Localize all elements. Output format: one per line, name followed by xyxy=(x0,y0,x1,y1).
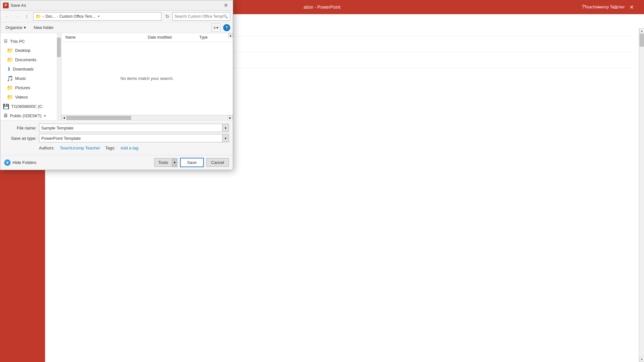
pictures-icon: 📁 xyxy=(7,85,13,91)
nav-expand-icon: ▾ xyxy=(44,114,46,118)
help-button-toolbar[interactable]: ? xyxy=(223,24,230,31)
hide-folders-icon: ▼ xyxy=(4,159,11,166)
search-input[interactable] xyxy=(175,14,223,19)
new-folder-button[interactable]: New folder xyxy=(31,24,56,32)
breadcrumb-arrow: › xyxy=(57,14,58,18)
add-tag-link[interactable]: Add a tag xyxy=(120,146,138,150)
view-button[interactable]: ≡ ▾ xyxy=(211,24,221,32)
col-type[interactable]: Type xyxy=(198,34,230,40)
nav-label-documents: Documents xyxy=(15,57,36,62)
organize-button[interactable]: Organize ▾ xyxy=(3,24,29,32)
save-type-row: Save as type: ▾ xyxy=(4,134,229,142)
dialog-form: File name: ▾ Save as type: ▾ Authors: Te… xyxy=(0,120,233,155)
refresh-button[interactable]: ↻ xyxy=(163,12,172,21)
h-scroll-left-arrow[interactable]: ◄ xyxy=(62,115,67,120)
save-button[interactable]: Save xyxy=(180,158,204,167)
close-button[interactable]: ✕ xyxy=(624,2,639,12)
horizontal-scrollbar[interactable]: ◄ ► xyxy=(62,115,233,120)
nav-label-downloads: Downloads xyxy=(13,67,33,71)
scroll-down-arrow[interactable]: ▼ xyxy=(639,357,644,362)
drive-icon: 💾 xyxy=(3,103,9,110)
nav-label-drive-c: TI10658600C (C: xyxy=(11,104,43,109)
dialog-title-bar: P Save As ✕ xyxy=(0,0,233,11)
organize-label: Organize xyxy=(5,25,23,30)
file-name-input[interactable] xyxy=(41,126,227,130)
dialog-toolbar: Organize ▾ New folder ≡ ▾ ? xyxy=(0,22,233,33)
dialog-title: Save As xyxy=(11,3,219,8)
save-type-dropdown-arrow[interactable]: ▾ xyxy=(222,134,229,142)
nav-forward-button[interactable]: → xyxy=(13,12,22,21)
nav-item-desktop[interactable]: 📁 Desktop xyxy=(0,46,61,55)
file-name-label: File name: xyxy=(4,126,36,130)
desktop-icon: 📁 xyxy=(7,47,13,53)
nav-item-pictures[interactable]: 📁 Pictures xyxy=(0,83,61,92)
form-meta-row: Authors: TeachUcomp Teacher Tags: Add a … xyxy=(39,144,229,152)
authors-value[interactable]: TeachUcomp Teacher xyxy=(60,146,100,150)
organize-arrow-icon: ▾ xyxy=(24,25,26,30)
save-type-input[interactable] xyxy=(41,136,227,141)
hide-folders-label: Hide Folders xyxy=(13,160,36,165)
cancel-button[interactable]: Cancel xyxy=(206,158,229,167)
network-icon: 🖥 xyxy=(3,113,8,119)
breadcrumb-dropdown-button[interactable]: ▾ xyxy=(97,12,101,21)
file-name-input-wrapper: ▾ xyxy=(39,124,229,132)
nav-label-this-pc: This PC xyxy=(10,39,25,44)
scroll-up-arrow[interactable]: ▲ xyxy=(639,28,644,33)
nav-item-downloads[interactable]: ⬇ Downloads xyxy=(0,64,61,74)
nav-item-network[interactable]: 🖥 Public (\\DESKT( ▾ xyxy=(0,111,61,120)
h-scroll-track[interactable] xyxy=(67,115,228,120)
nav-label-music: Music xyxy=(15,76,26,81)
authors-label: Authors: xyxy=(39,146,54,150)
ppt-title: ation - PowerPoint xyxy=(304,5,340,10)
nav-label-videos: Videos xyxy=(15,95,28,100)
file-header: ▲ Name Date modified Type xyxy=(62,33,233,42)
nav-back-button[interactable]: ← xyxy=(3,12,12,21)
ppt-teacher-name: TeachUcomp Teacher xyxy=(584,0,625,14)
h-scroll-thumb[interactable] xyxy=(67,116,131,120)
tools-dropdown-arrow[interactable]: ▾ xyxy=(172,158,177,167)
pc-icon: 🖥 xyxy=(3,38,8,44)
downloads-icon: ⬇ xyxy=(7,66,11,72)
save-as-dialog: P Save As ✕ ← → ↑ 📁 « Doc... › Custom Of… xyxy=(0,0,233,170)
save-type-input-wrapper: ▾ xyxy=(39,134,229,142)
left-nav-scroll-thumb[interactable] xyxy=(57,38,61,57)
nav-up-button[interactable]: ↑ xyxy=(22,12,31,21)
left-nav-scrollbar[interactable] xyxy=(57,33,61,120)
breadcrumb-sep1: « xyxy=(42,14,44,18)
nav-item-drive-c[interactable]: 💾 TI10658600C (C: xyxy=(0,102,61,111)
nav-item-this-pc[interactable]: 🖥 This PC xyxy=(0,33,61,46)
nav-label-network: Public (\\DESKT( xyxy=(10,113,42,118)
breadcrumb-doc: Doc... xyxy=(45,14,55,19)
dialog-file-area: ▲ Name Date modified Type No items match… xyxy=(62,33,233,120)
nav-item-videos[interactable]: 📁 Videos xyxy=(0,92,61,102)
nav-item-documents[interactable]: 📁 Documents xyxy=(0,55,61,64)
tools-label: Tools xyxy=(158,160,168,165)
documents-icon: 📁 xyxy=(7,57,13,63)
breadcrumb: 📁 « Doc... › Custom Office Tem... ▾ xyxy=(33,12,161,21)
scroll-thumb[interactable] xyxy=(639,34,644,47)
dialog-left-nav: ▲ 🖥 This PC 📁 Desktop 📁 Documents ⬇ Down… xyxy=(0,33,62,120)
tags-label: Tags: xyxy=(105,146,115,150)
nav-label-pictures: Pictures xyxy=(15,85,30,90)
search-icon[interactable]: 🔍 xyxy=(223,14,228,19)
view-icon: ≡ xyxy=(213,25,216,30)
videos-icon: 📁 xyxy=(7,94,13,100)
hide-folders-button[interactable]: ▼ Hide Folders xyxy=(4,159,36,166)
file-header-scroll-up[interactable]: ▲ xyxy=(228,33,233,38)
music-icon: 🎵 xyxy=(7,75,13,81)
col-name[interactable]: Name xyxy=(64,34,147,40)
ppt-scrollbar[interactable]: ▲ ▼ xyxy=(639,28,644,362)
file-name-row: File name: ▾ xyxy=(4,124,229,132)
col-date-modified[interactable]: Date modified xyxy=(147,34,198,40)
dialog-close-button[interactable]: ✕ xyxy=(221,2,230,9)
tools-button[interactable]: Tools xyxy=(154,158,172,167)
h-scroll-right-arrow[interactable]: ► xyxy=(228,115,233,120)
view-arrow-icon: ▾ xyxy=(216,25,218,30)
nav-item-music[interactable]: 🎵 Music xyxy=(0,74,61,83)
file-name-dropdown-arrow[interactable]: ▾ xyxy=(222,124,229,132)
breadcrumb-folder-icon: 📁 xyxy=(35,14,41,19)
dialog-app-icon: P xyxy=(3,3,9,8)
dialog-footer: ▼ Hide Folders Tools ▾ Save Cancel xyxy=(0,155,233,170)
dialog-nav-bar: ← → ↑ 📁 « Doc... › Custom Office Tem... … xyxy=(0,11,233,22)
tools-group: Tools ▾ xyxy=(154,158,177,167)
